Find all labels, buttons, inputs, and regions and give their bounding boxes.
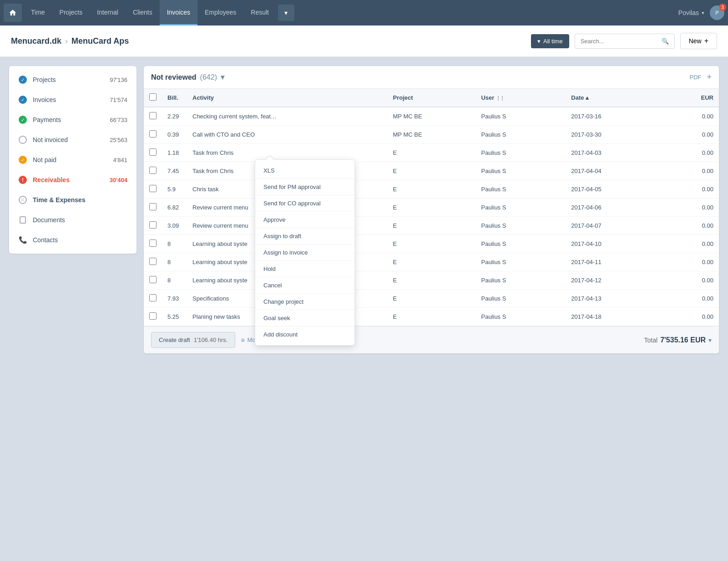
row-checkbox-5[interactable]	[149, 203, 157, 210]
context-menu-item-change-project[interactable]: Change project	[255, 294, 354, 310]
date-cell: 2017-03-30	[566, 126, 656, 144]
hours-badge: 1'106.40 hrs.	[194, 337, 228, 343]
row-checkbox-1[interactable]	[149, 130, 157, 138]
col-eur: EUR	[667, 89, 719, 107]
table-header-row: Not reviewed (642) ▾ PDF +	[144, 66, 719, 89]
section-title: Not reviewed (642) ▾	[151, 73, 224, 82]
data-table: Bill. Activity Project User Date EUR 2.2…	[144, 89, 719, 326]
context-menu-item-assign-to-draft[interactable]: Assign to draft	[255, 228, 354, 245]
nav-invoices[interactable]: Invoices	[160, 0, 197, 26]
bill-cell: 5.25	[162, 308, 187, 326]
sidebar-item-contacts[interactable]: 📞 Contacts	[9, 230, 136, 250]
nav-more-dropdown[interactable]: ▾	[278, 5, 294, 21]
check-yellow-icon: ✓	[19, 156, 27, 164]
col-date[interactable]: Date	[566, 89, 656, 107]
bill-cell: 3.09	[162, 217, 187, 235]
select-all-checkbox[interactable]	[149, 93, 157, 101]
row-checkbox-4[interactable]	[149, 185, 157, 192]
sidebar-item-invoices[interactable]: ✓ Invoices 71'574	[9, 90, 136, 110]
context-menu-item-add-discount[interactable]: Add discount	[255, 326, 354, 342]
user-menu[interactable]: Povilas	[678, 9, 704, 16]
nav-time[interactable]: Time	[24, 0, 52, 26]
time-filter-button[interactable]: ▾ All time	[531, 34, 569, 48]
context-menu-item-assign-to-invoice[interactable]: Assign to invoice	[255, 245, 354, 261]
bill-cell: 7.45	[162, 162, 187, 180]
spacer-cell	[555, 126, 566, 144]
row-checkbox-7[interactable]	[149, 240, 157, 247]
breadcrumb: Menucard.dk › MenuCard Aps	[11, 36, 129, 46]
pdf-button[interactable]: PDF	[689, 74, 701, 81]
table-row: 6.82 Review current menu E Paulius S 201…	[144, 199, 719, 217]
row-checkbox-10[interactable]	[149, 294, 157, 301]
context-menu-item-send-for-co-approval[interactable]: Send for CO approval	[255, 195, 354, 212]
nav-employees[interactable]: Employees	[197, 0, 243, 26]
row-checkbox-3[interactable]	[149, 167, 157, 174]
nav-projects[interactable]: Projects	[52, 0, 90, 26]
spacer-cell2	[657, 271, 667, 290]
row-checkbox-8[interactable]	[149, 258, 157, 265]
user-cell: Paulius S	[475, 126, 555, 144]
project-cell: E	[388, 253, 476, 271]
spacer-cell	[555, 162, 566, 180]
search-input[interactable]	[581, 38, 658, 45]
sidebar-item-receivables[interactable]: ! Receivables 30'404	[9, 170, 136, 190]
dropdown-icon[interactable]: ▾	[221, 73, 224, 82]
context-menu-item-xls[interactable]: XLS	[255, 163, 354, 179]
sidebar: ✓ Projects 97'136 ✓ Invoices 71'574 ✓ Pa…	[9, 66, 136, 254]
total-dropdown-icon[interactable]: ▾	[708, 337, 712, 344]
table-row: 3.09 Review current menu E Paulius S 201…	[144, 217, 719, 235]
date-cell: 2017-04-04	[566, 162, 656, 180]
sidebar-value-invoices: 71'574	[110, 97, 127, 103]
eur-cell: 0.00	[667, 126, 719, 144]
nav-clients[interactable]: Clients	[126, 0, 160, 26]
row-checkbox-6[interactable]	[149, 221, 157, 229]
spacer-cell2	[657, 199, 667, 217]
sidebar-item-not-invoiced[interactable]: Not invoiced 25'563	[9, 130, 136, 150]
sidebar-label-not-paid: Not paid	[33, 156, 108, 163]
row-checkbox-11[interactable]	[149, 312, 157, 320]
user-cell: Paulius S	[475, 180, 555, 199]
sort-icon	[586, 94, 589, 101]
context-menu-item-send-for-pm-approval[interactable]: Send for PM approval	[255, 179, 354, 195]
row-checkbox-9[interactable]	[149, 276, 157, 283]
col-user: User	[475, 89, 555, 107]
new-button[interactable]: New +	[680, 33, 717, 49]
sidebar-item-time-expenses[interactable]: ⊙ Time & Expenses	[9, 190, 136, 210]
sidebar-item-payments[interactable]: ✓ Payments 66'733	[9, 110, 136, 130]
nav-internal[interactable]: Internal	[90, 0, 126, 26]
row-checkbox-2[interactable]	[149, 148, 157, 156]
bill-cell: 8	[162, 253, 187, 271]
sidebar-item-not-paid[interactable]: ✓ Not paid 4'841	[9, 150, 136, 170]
date-cell: 2017-04-03	[566, 144, 656, 162]
eur-cell: 0.00	[667, 107, 719, 126]
nav-result[interactable]: Result	[243, 0, 276, 26]
create-draft-button[interactable]: Create draft 1'106.40 hrs.	[151, 332, 235, 348]
context-menu-item-hold[interactable]: Hold	[255, 261, 354, 277]
add-icon[interactable]: +	[707, 72, 712, 82]
bill-cell: 5.9	[162, 180, 187, 199]
date-cell: 2017-04-11	[566, 253, 656, 271]
breadcrumb-part2: MenuCard Aps	[71, 36, 129, 46]
sidebar-item-projects[interactable]: ✓ Projects 97'136	[9, 70, 136, 90]
eur-cell: 0.00	[667, 235, 719, 253]
context-menu-item-approve[interactable]: Approve	[255, 212, 354, 228]
spacer-cell2	[657, 217, 667, 235]
spacer-cell2	[657, 308, 667, 326]
row-checkbox-0[interactable]	[149, 112, 157, 119]
column-options-icon[interactable]	[496, 94, 504, 101]
date-cell: 2017-04-13	[566, 290, 656, 308]
date-cell: 2017-04-05	[566, 180, 656, 199]
home-button[interactable]	[4, 4, 22, 22]
context-menu-item-goal-seek[interactable]: Goal seek	[255, 310, 354, 326]
eur-cell: 0.00	[667, 180, 719, 199]
context-menu-item-cancel[interactable]: Cancel	[255, 277, 354, 294]
activity-cell: Call with CTO and CEO	[187, 126, 388, 144]
avatar[interactable]: P 3	[710, 5, 724, 20]
spacer-cell	[555, 290, 566, 308]
check-green-icon: ✓	[19, 116, 27, 124]
spacer-cell2	[657, 290, 667, 308]
project-cell: E	[388, 217, 476, 235]
sidebar-item-documents[interactable]: Documents	[9, 210, 136, 230]
check-blue-icon: ✓	[19, 76, 27, 84]
bill-cell: 7.93	[162, 290, 187, 308]
